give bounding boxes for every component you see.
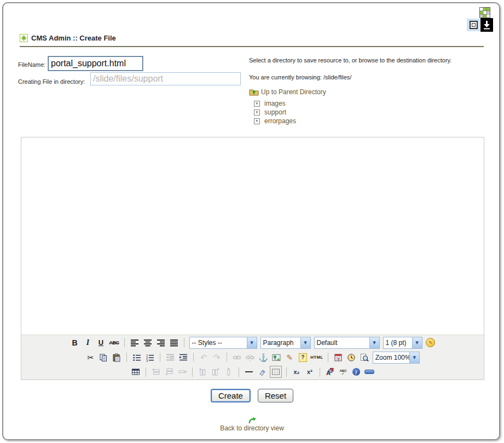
insert-time-button[interactable] bbox=[346, 352, 357, 363]
back-to-directory-link[interactable]: Back to directory view bbox=[0, 416, 504, 432]
form-actions: Create Reset bbox=[0, 389, 504, 402]
font-size-select-value: 1 (8 pt) bbox=[384, 339, 412, 347]
directory-input[interactable] bbox=[90, 72, 241, 85]
style-props-button[interactable]: ✎ bbox=[425, 337, 436, 348]
visual-aid-toggle[interactable] bbox=[270, 366, 282, 378]
tree-item-label[interactable]: support bbox=[264, 108, 286, 116]
chevron-down-icon: ▾ bbox=[412, 337, 422, 348]
tree-item-label[interactable]: errorpages bbox=[264, 117, 296, 125]
toolbar-separator bbox=[184, 338, 184, 347]
svg-text:3: 3 bbox=[146, 359, 148, 362]
anchor-button[interactable]: ⚓ bbox=[258, 352, 269, 363]
delete-row-button bbox=[177, 366, 188, 377]
help-icon: ? bbox=[299, 353, 307, 362]
charmap-button[interactable]: A bbox=[325, 366, 335, 377]
back-to-directory-label: Back to directory view bbox=[220, 424, 284, 432]
cms-admin-icon bbox=[20, 34, 28, 42]
cms-logo-grid-icon bbox=[479, 7, 490, 18]
unlink-button bbox=[245, 352, 256, 363]
font-select[interactable]: Default ▾ bbox=[314, 337, 380, 349]
paste-button[interactable] bbox=[111, 352, 122, 363]
toolbar-separator bbox=[286, 367, 287, 377]
zoom-select[interactable]: Zoom 100% ▾ bbox=[373, 352, 420, 364]
svg-text:A: A bbox=[326, 370, 331, 376]
html-source-button[interactable]: HTML bbox=[310, 352, 323, 363]
editor-content-area[interactable] bbox=[21, 137, 484, 335]
toolbar-row-3: x₂ x² A ABC ✓ ƒ bbox=[21, 365, 484, 379]
numbered-list-button[interactable]: 123 bbox=[144, 352, 155, 363]
filename-input[interactable] bbox=[48, 56, 143, 71]
insert-flash-button[interactable]: ƒ bbox=[351, 366, 362, 377]
subscript-button[interactable]: x₂ bbox=[291, 366, 302, 377]
insert-image-button[interactable] bbox=[271, 352, 282, 363]
insert-col-before-button bbox=[197, 366, 208, 377]
toolbar-row-1: B I U ABC -- Styles -- ▾ Paragraph ▾ bbox=[21, 336, 484, 350]
tree-item-images[interactable]: + images bbox=[254, 99, 296, 108]
format-select-value: Paragraph bbox=[261, 339, 300, 347]
download-button[interactable] bbox=[480, 18, 493, 32]
tree-item-errorpages[interactable]: + errorpages bbox=[254, 117, 296, 125]
chevron-down-icon: ▾ bbox=[247, 337, 257, 348]
horizontal-rule-button[interactable] bbox=[244, 366, 254, 377]
download-icon bbox=[483, 20, 491, 30]
toolbar-separator bbox=[227, 353, 227, 362]
spellcheck-button[interactable]: ABC ✓ bbox=[338, 366, 349, 377]
undo-button: ↶ bbox=[198, 352, 209, 363]
toolbar-separator bbox=[193, 353, 194, 362]
superscript-button[interactable]: x² bbox=[304, 366, 315, 377]
font-select-value: Default bbox=[315, 339, 369, 347]
underline-button[interactable]: U bbox=[96, 337, 107, 348]
format-select[interactable]: Paragraph ▾ bbox=[260, 337, 311, 349]
toolbar-separator bbox=[320, 367, 320, 377]
page: CMS Admin :: Create File FileName: Creat… bbox=[0, 0, 504, 443]
editor-toolbars: B I U ABC -- Styles -- ▾ Paragraph ▾ bbox=[21, 335, 484, 379]
toolbar-row-2: ✂ 123 ↶ ↷ ⚓ ✎ ? HTML bbox=[21, 350, 484, 365]
align-center-button[interactable] bbox=[142, 337, 153, 348]
zoom-select-value: Zoom 100% bbox=[373, 354, 409, 361]
folder-up-icon bbox=[249, 88, 259, 96]
outdent-button bbox=[165, 352, 176, 363]
cleanup-button[interactable]: ✎ bbox=[284, 352, 295, 363]
indent-button[interactable] bbox=[178, 352, 189, 363]
delete-col-button bbox=[223, 366, 234, 377]
align-justify-button[interactable] bbox=[169, 337, 179, 348]
directory-tree: + images + support + errorpages bbox=[254, 99, 296, 125]
hr-icon bbox=[245, 371, 253, 372]
toolbar-separator bbox=[239, 367, 239, 377]
insert-date-button[interactable]: 7 bbox=[333, 352, 344, 363]
remove-format-button[interactable] bbox=[257, 366, 268, 377]
advhr-icon bbox=[364, 370, 374, 374]
tree-expander-icon[interactable]: + bbox=[254, 118, 260, 124]
advanced-hr-button[interactable] bbox=[364, 366, 375, 377]
help-button[interactable]: ? bbox=[297, 352, 308, 363]
tree-item-label[interactable]: images bbox=[264, 100, 286, 107]
bold-button[interactable]: B bbox=[69, 337, 80, 348]
styles-select[interactable]: -- Styles -- ▾ bbox=[189, 337, 257, 349]
cut-button[interactable]: ✂ bbox=[85, 352, 96, 363]
tree-item-support[interactable]: + support bbox=[254, 108, 296, 117]
italic-button[interactable]: I bbox=[83, 337, 94, 348]
current-browsing: You are currently browsing: /slide/files… bbox=[249, 74, 351, 80]
flash-icon: ƒ bbox=[352, 368, 360, 376]
bullet-list-button[interactable] bbox=[131, 352, 142, 363]
up-to-parent-label: Up to Parent Directory bbox=[261, 88, 326, 96]
insert-table-button[interactable] bbox=[130, 366, 141, 377]
preview-button[interactable] bbox=[359, 352, 370, 363]
chevron-down-icon: ▾ bbox=[369, 337, 379, 348]
strikethrough-button[interactable]: ABC bbox=[109, 337, 120, 348]
reset-button[interactable]: Reset bbox=[258, 389, 293, 402]
maximize-button[interactable] bbox=[467, 19, 480, 31]
font-size-select[interactable]: 1 (8 pt) ▾ bbox=[383, 337, 422, 349]
chevron-down-icon: ▾ bbox=[300, 337, 310, 348]
create-button[interactable]: Create bbox=[211, 389, 251, 402]
align-left-button[interactable] bbox=[129, 337, 140, 348]
tree-expander-icon[interactable]: + bbox=[254, 101, 260, 107]
tree-expander-icon[interactable]: + bbox=[254, 110, 260, 116]
spellcheck-icon: ABC ✓ bbox=[340, 369, 347, 375]
copy-button[interactable] bbox=[98, 352, 109, 363]
insert-row-before-button bbox=[150, 366, 161, 377]
align-right-button[interactable] bbox=[155, 337, 166, 348]
up-to-parent-link[interactable]: Up to Parent Directory bbox=[249, 88, 326, 96]
current-browsing-path: /slide/files/ bbox=[323, 74, 351, 80]
header-divider bbox=[20, 46, 484, 47]
